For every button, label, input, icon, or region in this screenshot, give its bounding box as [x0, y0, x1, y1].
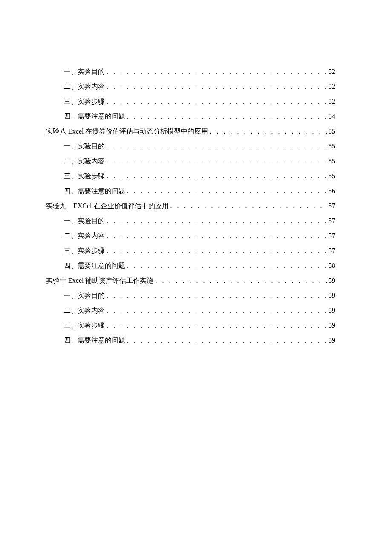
toc-leader-dots	[107, 322, 327, 329]
toc-page-number: 52	[329, 83, 335, 90]
toc-leader-dots	[155, 277, 327, 285]
toc-entry: 二、实验内容 55	[46, 157, 335, 166]
toc-leader-dots	[107, 172, 327, 180]
toc-title: 实验八 Excel 在债券价值评估与动态分析模型中的应用	[46, 127, 208, 136]
toc-title: 三、实验步骤	[64, 321, 105, 330]
toc-leader-dots	[107, 157, 327, 165]
toc-title: 三、实验步骤	[64, 97, 105, 106]
toc-leader-dots	[107, 68, 327, 76]
toc-entry: 二、实验内容 59	[46, 306, 335, 315]
toc-page-number: 57	[329, 247, 335, 255]
toc-page-number: 56	[329, 187, 335, 195]
toc-title: 一、实验目的	[64, 291, 105, 300]
toc-page-number: 58	[329, 262, 335, 270]
toc-entry: 四、需要注意的问题 59	[46, 336, 335, 345]
toc-title: 二、实验内容	[64, 232, 105, 241]
table-of-contents: 一、实验目的 52 二、实验内容 52 三、实验步骤 52 四、需要注意的问题 …	[46, 67, 335, 345]
toc-entry: 一、实验目的 59	[46, 291, 335, 300]
toc-page-number: 59	[329, 277, 335, 285]
toc-leader-dots	[107, 83, 327, 90]
toc-page-number: 52	[329, 68, 335, 76]
toc-title: 二、实验内容	[64, 157, 105, 166]
toc-entry: 三、实验步骤 59	[46, 321, 335, 330]
toc-entry: 四、需要注意的问题 58	[46, 262, 335, 270]
toc-entry: 一、实验目的 55	[46, 142, 335, 151]
toc-leader-dots	[170, 202, 327, 210]
toc-entry: 实验八 Excel 在债券价值评估与动态分析模型中的应用 55	[46, 127, 335, 136]
toc-leader-dots	[127, 337, 327, 344]
toc-entry: 二、实验内容 52	[46, 82, 335, 91]
toc-leader-dots	[127, 187, 327, 195]
toc-page-number: 59	[329, 307, 335, 314]
toc-entry: 一、实验目的 57	[46, 217, 335, 226]
toc-page-number: 59	[329, 337, 335, 344]
toc-entry: 三、实验步骤 52	[46, 97, 335, 106]
toc-leader-dots	[107, 142, 327, 150]
toc-title: 四、需要注意的问题	[64, 336, 125, 345]
toc-entry: 一、实验目的 52	[46, 67, 335, 76]
toc-page-number: 55	[329, 128, 335, 135]
toc-leader-dots	[107, 307, 327, 314]
toc-title: 二、实验内容	[64, 82, 105, 91]
toc-leader-dots	[210, 128, 327, 135]
toc-page-number: 54	[329, 113, 335, 120]
toc-page-number: 55	[329, 172, 335, 180]
toc-title: 一、实验目的	[64, 142, 105, 151]
toc-entry: 三、实验步骤 57	[46, 247, 335, 256]
toc-page-number: 52	[329, 98, 335, 105]
toc-page-number: 57	[329, 202, 335, 210]
toc-page-number: 57	[329, 232, 335, 240]
toc-title: 四、需要注意的问题	[64, 187, 125, 196]
toc-title: 三、实验步骤	[64, 172, 105, 181]
toc-title: 四、需要注意的问题	[64, 262, 125, 270]
toc-title: 实验十 Excel 辅助资产评估工作实施	[46, 276, 153, 285]
toc-title: 三、实验步骤	[64, 247, 105, 256]
toc-title: 一、实验目的	[64, 67, 105, 76]
toc-entry: 实验九 EXCel 在企业价值评估中的应用 57	[46, 202, 335, 211]
toc-entry: 四、需要注意的问题 54	[46, 112, 335, 121]
toc-entry: 四、需要注意的问题 56	[46, 187, 335, 196]
toc-leader-dots	[107, 292, 327, 299]
toc-leader-dots	[107, 232, 327, 240]
toc-title: 二、实验内容	[64, 306, 105, 315]
toc-entry: 三、实验步骤 55	[46, 172, 335, 181]
toc-title: 实验九 EXCel 在企业价值评估中的应用	[46, 202, 169, 211]
toc-page-number: 57	[329, 217, 335, 225]
toc-title: 一、实验目的	[64, 217, 105, 226]
toc-page-number: 55	[329, 142, 335, 150]
toc-leader-dots	[127, 262, 327, 270]
toc-leader-dots	[107, 217, 327, 225]
toc-page-number: 59	[329, 322, 335, 329]
toc-page-number: 59	[329, 292, 335, 299]
toc-page-number: 55	[329, 157, 335, 165]
toc-title: 四、需要注意的问题	[64, 112, 125, 121]
toc-entry: 实验十 Excel 辅助资产评估工作实施 59	[46, 276, 335, 285]
toc-entry: 二、实验内容 57	[46, 232, 335, 241]
toc-leader-dots	[107, 247, 327, 255]
toc-leader-dots	[127, 113, 327, 120]
toc-leader-dots	[107, 98, 327, 105]
